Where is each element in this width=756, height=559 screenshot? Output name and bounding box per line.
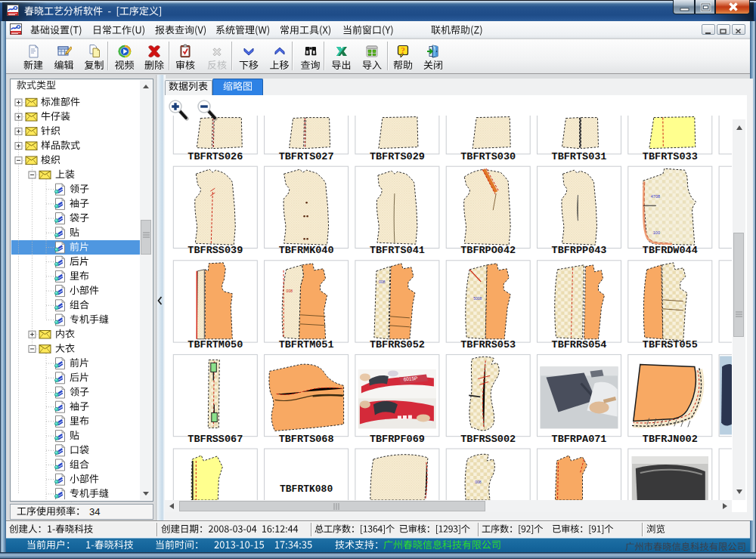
svg-text:008: 008 xyxy=(287,289,293,293)
svg-text:TBFRTK080: TBFRTK080 xyxy=(280,483,333,495)
svg-text:?: ? xyxy=(401,45,405,56)
svg-text:100: 100 xyxy=(653,230,660,235)
svg-text:4708: 4708 xyxy=(651,194,660,199)
svg-text:008: 008 xyxy=(475,480,482,484)
svg-text:008: 008 xyxy=(379,280,386,284)
svg-text:5008: 5008 xyxy=(473,296,482,301)
